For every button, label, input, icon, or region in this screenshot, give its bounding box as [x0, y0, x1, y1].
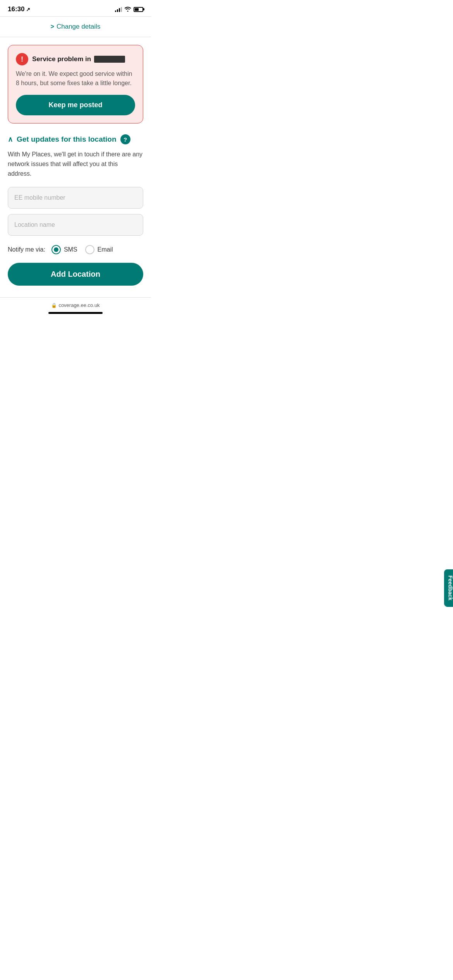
- updates-section-header: ∧ Get updates for this location ?: [8, 134, 143, 144]
- sms-radio-button[interactable]: [51, 245, 61, 254]
- battery-icon: [134, 7, 143, 12]
- section-description: With My Places, we'll get in touch if th…: [8, 150, 143, 178]
- email-radio-button[interactable]: [85, 245, 94, 254]
- signal-strength-icon: [115, 7, 122, 12]
- url-text: coverage.ee.co.uk: [58, 302, 100, 308]
- wifi-icon: [124, 6, 131, 13]
- alert-card: ! Service problem in We're on it. We exp…: [8, 45, 143, 123]
- radio-group: SMS Email: [51, 245, 113, 254]
- status-icons: [115, 6, 143, 13]
- email-label: Email: [98, 246, 113, 253]
- alert-icon: !: [16, 53, 28, 65]
- add-location-button[interactable]: Add Location: [8, 263, 143, 286]
- email-radio-item[interactable]: Email: [85, 245, 113, 254]
- sms-radio-item[interactable]: SMS: [51, 245, 77, 254]
- location-arrow-icon: ↗: [26, 7, 30, 12]
- status-bar: 16:30 ↗: [0, 0, 151, 16]
- section-title: Get updates for this location: [17, 135, 117, 144]
- home-indicator[interactable]: [48, 312, 103, 314]
- help-icon: ?: [124, 137, 127, 142]
- main-content: ! Service problem in We're on it. We exp…: [0, 37, 151, 286]
- chevron-up-icon: ∧: [8, 135, 13, 144]
- change-details-label: Change details: [57, 23, 100, 31]
- location-name-input[interactable]: [8, 214, 143, 236]
- change-details-link[interactable]: > Change details: [51, 23, 101, 31]
- alert-body-text: We're on it. We expect good service with…: [16, 69, 135, 88]
- time-display: 16:30: [8, 5, 24, 13]
- bottom-bar: 🔒 coverage.ee.co.uk: [0, 297, 151, 322]
- mobile-number-input[interactable]: [8, 187, 143, 209]
- keep-posted-button[interactable]: Keep me posted: [16, 95, 135, 115]
- browser-url-bar: 🔒 coverage.ee.co.uk: [51, 302, 100, 308]
- redacted-location: [94, 56, 125, 63]
- sms-label: SMS: [64, 246, 77, 253]
- lock-icon: 🔒: [51, 303, 57, 308]
- sms-radio-selected-dot: [54, 247, 58, 252]
- notify-label: Notify me via:: [8, 246, 45, 253]
- change-details-bar[interactable]: > Change details: [0, 17, 151, 37]
- alert-header: ! Service problem in: [16, 53, 135, 65]
- alert-title-text: Service problem in: [32, 55, 91, 63]
- help-badge-button[interactable]: ?: [120, 134, 130, 144]
- status-time: 16:30 ↗: [8, 5, 30, 13]
- notify-row: Notify me via: SMS Email: [8, 245, 143, 254]
- exclamation-icon: !: [21, 56, 23, 63]
- alert-title: Service problem in: [32, 55, 125, 63]
- chevron-right-icon: >: [51, 23, 54, 30]
